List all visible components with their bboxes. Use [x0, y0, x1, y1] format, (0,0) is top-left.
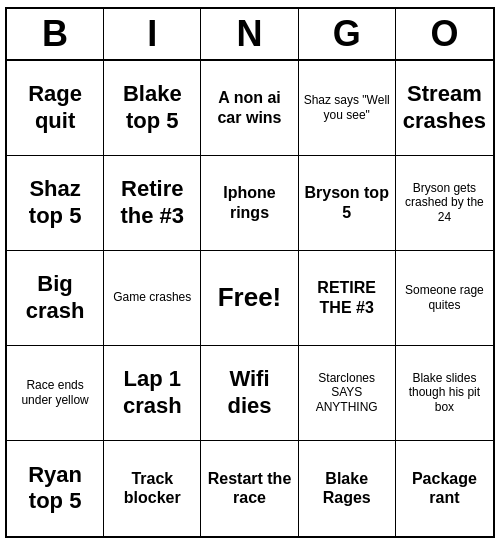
header-letter: G [299, 9, 396, 59]
bingo-cell: Shaz top 5 [7, 156, 104, 251]
cell-text: Wifi dies [205, 366, 293, 419]
bingo-header: BINGO [7, 9, 493, 61]
cell-text: Rage quit [11, 81, 99, 134]
cell-text: Package rant [400, 469, 489, 507]
bingo-cell: Big crash [7, 251, 104, 346]
cell-text: Ryan top 5 [11, 462, 99, 515]
bingo-cell: Package rant [396, 441, 493, 536]
bingo-cell: Track blocker [104, 441, 201, 536]
cell-text: Blake top 5 [108, 81, 196, 134]
cell-text: Track blocker [108, 469, 196, 507]
bingo-cell: Race ends under yellow [7, 346, 104, 441]
cell-text: RETIRE THE #3 [303, 278, 391, 316]
cell-text: Shaz top 5 [11, 176, 99, 229]
cell-text: Race ends under yellow [11, 378, 99, 407]
bingo-grid: Rage quitBlake top 5A non ai car winsSha… [7, 61, 493, 536]
bingo-cell: Blake Rages [299, 441, 396, 536]
bingo-cell: Bryson top 5 [299, 156, 396, 251]
cell-text: Blake slides though his pit box [400, 371, 489, 414]
bingo-cell: Restart the race [201, 441, 298, 536]
cell-text: Free! [218, 282, 282, 313]
bingo-cell: Bryson gets crashed by the 24 [396, 156, 493, 251]
bingo-cell: Blake slides though his pit box [396, 346, 493, 441]
cell-text: Stream crashes [400, 81, 489, 134]
header-letter: I [104, 9, 201, 59]
bingo-cell: Lap 1 crash [104, 346, 201, 441]
bingo-cell: Iphone rings [201, 156, 298, 251]
bingo-cell: Game crashes [104, 251, 201, 346]
cell-text: Lap 1 crash [108, 366, 196, 419]
cell-text: Restart the race [205, 469, 293, 507]
bingo-cell: Shaz says "Well you see" [299, 61, 396, 156]
bingo-cell: Starclones SAYS ANYTHING [299, 346, 396, 441]
header-letter: O [396, 9, 493, 59]
header-letter: N [201, 9, 298, 59]
cell-text: Retire the #3 [108, 176, 196, 229]
cell-text: Someone rage quites [400, 283, 489, 312]
header-letter: B [7, 9, 104, 59]
bingo-cell: Someone rage quites [396, 251, 493, 346]
cell-text: Bryson top 5 [303, 183, 391, 221]
bingo-card: BINGO Rage quitBlake top 5A non ai car w… [5, 7, 495, 538]
cell-text: Blake Rages [303, 469, 391, 507]
bingo-cell: A non ai car wins [201, 61, 298, 156]
cell-text: Big crash [11, 271, 99, 324]
cell-text: A non ai car wins [205, 88, 293, 126]
bingo-cell: RETIRE THE #3 [299, 251, 396, 346]
bingo-cell: Stream crashes [396, 61, 493, 156]
bingo-cell: Rage quit [7, 61, 104, 156]
bingo-cell: Retire the #3 [104, 156, 201, 251]
cell-text: Iphone rings [205, 183, 293, 221]
cell-text: Bryson gets crashed by the 24 [400, 181, 489, 224]
cell-text: Game crashes [113, 290, 191, 304]
bingo-cell: Free! [201, 251, 298, 346]
cell-text: Shaz says "Well you see" [303, 93, 391, 122]
bingo-cell: Blake top 5 [104, 61, 201, 156]
cell-text: Starclones SAYS ANYTHING [303, 371, 391, 414]
bingo-cell: Wifi dies [201, 346, 298, 441]
bingo-cell: Ryan top 5 [7, 441, 104, 536]
